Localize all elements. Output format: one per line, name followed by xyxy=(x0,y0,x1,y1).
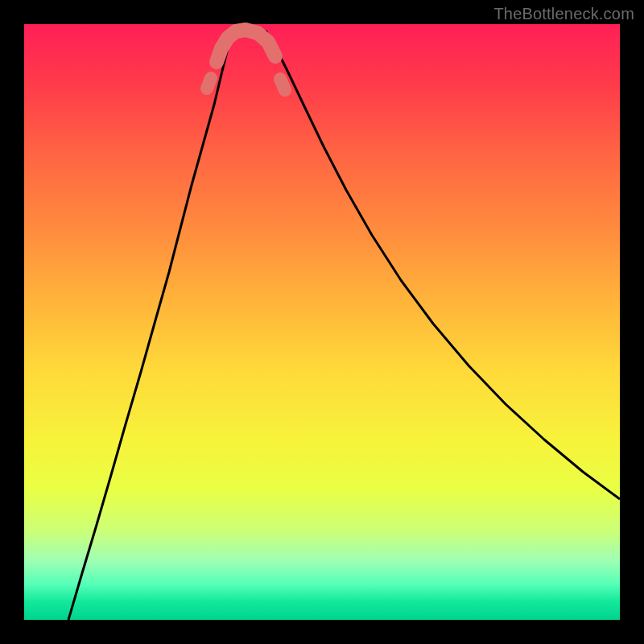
plot-area xyxy=(24,24,620,620)
watermark-text: TheBottleneck.com xyxy=(493,5,634,23)
series-left-curve xyxy=(68,31,233,620)
curve-layer xyxy=(24,24,620,620)
series-right-curve xyxy=(266,31,620,499)
series-right-nub xyxy=(280,79,285,90)
series-left-nub xyxy=(207,78,211,89)
series-bottom-band xyxy=(217,30,275,62)
chart-frame: TheBottleneck.com xyxy=(0,0,644,644)
